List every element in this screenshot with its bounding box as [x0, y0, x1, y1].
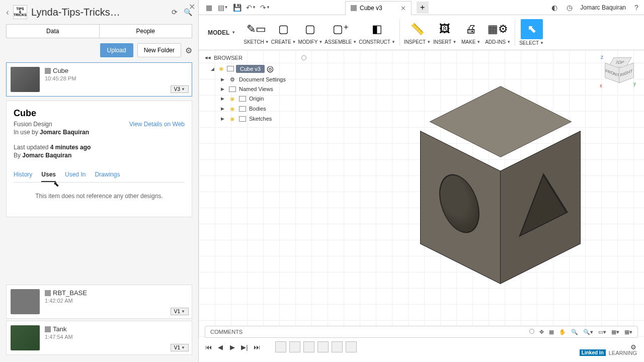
tab-used-in[interactable]: Used In: [65, 168, 86, 182]
version-badge[interactable]: V1▼: [171, 344, 189, 351]
job-status-icon[interactable]: ◷: [565, 3, 574, 12]
ribbon-select[interactable]: ⬉ SELECT▼: [518, 15, 545, 50]
comments-bar[interactable]: COMMENTS ✥ ▦ ✋ 🔍 🔍▾ ▭▾ ▦▾ ▦▾: [205, 326, 638, 338]
timeline: ⏮ ◀ ▶ ▶| ⏭ ⚙: [204, 340, 638, 354]
tab-title: Cube v3: [360, 5, 382, 12]
ribbon-create[interactable]: ▢ CREATE▼: [270, 15, 297, 50]
bulb-icon[interactable]: ◉: [218, 65, 225, 72]
file-icon[interactable]: ▤▼: [218, 3, 227, 12]
display-settings-icon[interactable]: ▭▾: [598, 329, 606, 335]
tab-data[interactable]: Data: [7, 25, 99, 38]
new-folder-button[interactable]: New Folder: [137, 43, 181, 57]
data-panel: ✕ ‹ TIPS&TRICKS Lynda-Tips-Tricks… ⟳ 🔍 D…: [0, 0, 199, 362]
detail-card: Cube View Details on Web Fusion Design I…: [6, 101, 192, 217]
ribbon-assemble[interactable]: ▢⁺ ASSEMBLE▼: [324, 15, 358, 50]
back-arrow-icon[interactable]: ‹: [6, 7, 9, 18]
document-tab[interactable]: Cube v3 ✕: [345, 1, 412, 15]
nav-zoom-icon[interactable]: 🔍: [571, 329, 578, 335]
browser-collapse-icon[interactable]: ◂◂: [205, 54, 211, 61]
detail-inuse: In use by Jomarc Baquiran: [14, 129, 185, 136]
activate-icon[interactable]: ◎: [267, 64, 274, 73]
panel-tabs: Data People: [6, 24, 192, 38]
browser-root[interactable]: ◢ ◉ Cube v3 ◎: [208, 63, 308, 74]
close-tab-icon[interactable]: ✕: [400, 5, 406, 12]
ribbon-sketch[interactable]: ✎▭ SKETCH▼: [243, 15, 270, 50]
item-time: 10:45:28 PM: [45, 75, 188, 81]
ribbon-make[interactable]: 🖨 MAKE▼: [458, 15, 484, 50]
viewcube[interactable]: z TOP FRONT RIGHT yx: [601, 55, 634, 88]
tree-item-origin[interactable]: ▶◉ Origin: [218, 94, 308, 104]
bulb-icon[interactable]: ◉: [229, 95, 236, 102]
user-name[interactable]: Jomarc Baquiran: [580, 4, 626, 11]
timeline-next-icon[interactable]: ▶|: [240, 342, 249, 351]
version-badge[interactable]: V3▼: [171, 85, 189, 93]
browser-title: BROWSER: [214, 55, 243, 61]
refresh-icon[interactable]: ⟳: [170, 8, 179, 17]
tree-item-doc-settings[interactable]: ▶⚙ Document Settings: [218, 74, 308, 84]
component-icon: [45, 326, 51, 332]
detail-content: This item does not reference any other d…: [14, 183, 185, 210]
selected-item-card[interactable]: Cube 10:45:28 PM V3▼: [6, 62, 192, 97]
timeline-feature[interactable]: [303, 341, 314, 352]
browser-pin-icon[interactable]: [301, 55, 306, 60]
tab-history[interactable]: History: [14, 168, 32, 182]
component-icon: [45, 290, 51, 296]
tree-item-bodies[interactable]: ▶◉ Bodies: [218, 104, 308, 114]
apps-grid-icon[interactable]: ▦: [204, 3, 213, 12]
timeline-play-icon[interactable]: ▶: [228, 342, 237, 351]
timeline-feature[interactable]: [332, 341, 343, 352]
gear-icon[interactable]: ⚙: [185, 46, 192, 55]
footer-branding: Linked in LEARNING: [580, 349, 637, 356]
nav-orbit-icon[interactable]: ✥: [539, 329, 544, 335]
ribbon-addins[interactable]: ▦⚙ ADD-INS▼: [484, 15, 512, 50]
upload-button[interactable]: Upload: [100, 43, 133, 57]
extensions-icon[interactable]: ◐: [550, 3, 559, 12]
view-web-link[interactable]: View Details on Web: [129, 121, 185, 128]
comments-pin-icon[interactable]: [529, 329, 534, 334]
help-icon[interactable]: ?: [632, 3, 641, 12]
list-item[interactable]: RBT_BASE 1:42:02 AM V1▼: [6, 285, 192, 319]
redo-icon[interactable]: ↷▼: [261, 3, 270, 12]
insert-icon: 🖼: [433, 20, 457, 38]
item-thumbnail: [11, 325, 40, 350]
save-icon[interactable]: 💾: [232, 3, 242, 12]
gear-icon: ⚙: [229, 76, 236, 83]
ribbon: MODEL▼ ✎▭ SKETCH▼ ▢ CREATE▼ ▢ MODIFY▼ ▢⁺…: [199, 15, 644, 50]
tab-people[interactable]: People: [99, 25, 192, 38]
timeline-feature[interactable]: [275, 341, 286, 352]
workspace-select[interactable]: MODEL▼: [201, 15, 243, 50]
bulb-icon[interactable]: ◉: [229, 105, 236, 112]
tree-item-sketches[interactable]: ▶◉ Sketches: [218, 114, 308, 124]
make-icon: 🖨: [459, 20, 483, 38]
timeline-feature[interactable]: [346, 341, 357, 352]
tab-uses[interactable]: Uses: [41, 168, 56, 182]
nav-pan-icon[interactable]: ✋: [559, 329, 566, 335]
timeline-feature[interactable]: [317, 341, 329, 352]
bulb-icon[interactable]: ◉: [229, 115, 236, 122]
timeline-start-icon[interactable]: ⏮: [204, 342, 213, 351]
version-badge[interactable]: V1▼: [171, 308, 189, 315]
ribbon-inspect[interactable]: 📏 INSPECT▼: [403, 15, 432, 50]
timeline-prev-icon[interactable]: ◀: [216, 342, 225, 351]
item-name: Tank: [53, 325, 66, 333]
ribbon-modify[interactable]: ▢ MODIFY▼: [297, 15, 324, 50]
timeline-feature[interactable]: [289, 341, 300, 352]
nav-look-icon[interactable]: ▦: [549, 329, 554, 335]
new-tab-button[interactable]: +: [417, 2, 429, 14]
undo-icon[interactable]: ↶▼: [247, 3, 256, 12]
item-time: 1:47:54 AM: [45, 334, 188, 340]
ribbon-construct[interactable]: ◧ CONSTRUCT▼: [358, 15, 396, 50]
nav-fit-icon[interactable]: 🔍▾: [583, 329, 593, 335]
tree-item-named-views[interactable]: ▶ Named Views: [218, 84, 308, 94]
panel-close-icon[interactable]: ✕: [189, 2, 195, 12]
timeline-end-icon[interactable]: ⏭: [252, 342, 261, 351]
model-cube[interactable]: [420, 101, 581, 287]
ribbon-insert[interactable]: 🖼 INSERT▼: [432, 15, 458, 50]
browser-panel: ◂◂ BROWSER ◢ ◉ Cube v3 ◎ ▶⚙ Document Set…: [203, 52, 308, 124]
grid-settings-icon[interactable]: ▦▾: [611, 329, 619, 335]
viewport-icon[interactable]: ▦▾: [624, 329, 632, 335]
detail-tabs: History Uses Used In Drawings: [14, 168, 185, 183]
list-item[interactable]: Tank 1:47:54 AM V1▼: [6, 321, 192, 355]
item-time: 1:42:02 AM: [45, 298, 188, 304]
tab-drawings[interactable]: Drawings: [95, 168, 120, 182]
